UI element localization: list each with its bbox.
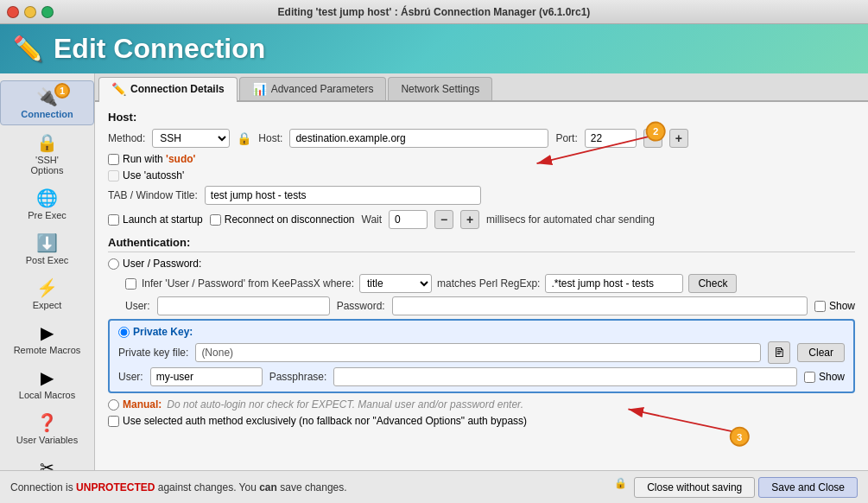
sidebar-user-vars-label: User Variables <box>16 435 78 445</box>
launch-row: Launch at startup Reconnect on disconnec… <box>108 210 855 229</box>
host-section-label: Host: <box>108 111 855 124</box>
fallback-checkbox-label[interactable]: Use selected auth method exclusively (no… <box>108 415 527 427</box>
user-password-row: User / Password: <box>108 258 855 270</box>
sudo-checkbox-label[interactable]: Run with 'sudo' <box>108 153 195 165</box>
private-key-radio[interactable] <box>118 327 130 338</box>
window-title-input[interactable] <box>205 186 481 205</box>
tab-network-label: Network Settings <box>401 83 479 95</box>
method-select[interactable]: SSH <box>152 129 230 148</box>
sidebar-item-local-macros[interactable]: ▶ Local Macros <box>0 362 94 405</box>
user-vars-icon: ❓ <box>36 412 58 433</box>
host-input[interactable] <box>289 129 548 148</box>
lock-status-icon: 🔒 <box>614 477 627 498</box>
user-pass-text: User / Password: <box>123 258 201 270</box>
port-input[interactable] <box>585 129 637 148</box>
bottom-buttons: 🔒 Close without saving Save and Close <box>614 477 858 498</box>
sidebar-item-pre-exec[interactable]: 🌐 Pre Exec <box>0 182 94 226</box>
private-key-radio-label[interactable]: Private Key: <box>118 326 193 338</box>
autossh-checkbox[interactable] <box>108 170 119 181</box>
port-increase-btn[interactable]: + <box>669 129 688 148</box>
show-phrase-label[interactable]: Show <box>804 371 845 383</box>
save-close-button[interactable]: Save and Close <box>758 477 858 498</box>
clear-button[interactable]: Clear <box>797 343 845 362</box>
manual-radio[interactable] <box>108 399 119 411</box>
user-pass-radio-label[interactable]: User / Password: <box>108 258 201 270</box>
tab-network-settings[interactable]: Network Settings <box>388 77 492 100</box>
fallback-text: Use selected auth method exclusively (no… <box>123 415 527 427</box>
sudo-checkbox[interactable] <box>108 154 119 165</box>
launch-startup-label[interactable]: Launch at startup <box>108 213 203 226</box>
sidebar-item-ssh[interactable]: 🔒 'SSH'Options <box>0 127 94 181</box>
launch-startup-checkbox[interactable] <box>108 214 119 226</box>
wait-label: Wait <box>362 213 383 226</box>
fallback-row: Use selected auth method exclusively (no… <box>108 415 855 427</box>
window-title-label: TAB / Window Title: <box>108 189 198 201</box>
main-window: ✏️ Edit Connection 1 🔌 Connection 🔒 'SSH… <box>0 24 868 503</box>
infer-field-select[interactable]: title username url <box>359 274 432 293</box>
form-content: Host: Method: SSH 🔒 Host: Port: − + <box>95 102 868 470</box>
show-pass-checkbox[interactable] <box>814 301 826 312</box>
sidebar-item-post-exec[interactable]: ⬇️ Post Exec <box>0 227 94 271</box>
pk-user-phrase-row: User: Passphrase: Show <box>118 367 845 386</box>
sidebar: 1 🔌 Connection 🔒 'SSH'Options 🌐 Pre Exec… <box>0 73 95 470</box>
passphrase-label: Passphrase: <box>269 371 327 383</box>
sidebar-item-connection[interactable]: 1 🔌 Connection <box>0 80 94 125</box>
wait-decrease-btn[interactable]: − <box>434 210 453 229</box>
password-label: Password: <box>337 300 385 312</box>
show-phrase-checkbox[interactable] <box>804 372 815 383</box>
infer-row: Infer 'User / Password' from KeePassX wh… <box>125 274 855 293</box>
sidebar-item-expect[interactable]: ⚡ Expect <box>0 272 94 315</box>
reconnect-label[interactable]: Reconnect on disconnection <box>210 213 355 226</box>
check-button[interactable]: Check <box>688 274 737 293</box>
maximize-btn[interactable] <box>41 6 54 18</box>
sidebar-expect-label: Expect <box>33 300 62 310</box>
pk-file-label: Private key file: <box>118 347 188 359</box>
window-title: Editing 'test jump host' : Ásbrú Connect… <box>278 6 591 18</box>
manual-row: Manual: Do not auto-login nor check for … <box>108 398 855 411</box>
sidebar-connection-label: Connection <box>21 109 73 119</box>
bottom-bar: Connection is UNPROTECTED against change… <box>0 470 868 503</box>
sidebar-item-user-vars[interactable]: ❓ User Variables <box>0 407 94 450</box>
infer-checkbox[interactable] <box>125 278 136 290</box>
manual-label: Manual: <box>123 398 162 411</box>
launch-startup-text: Launch at startup <box>123 213 203 226</box>
minimize-btn[interactable] <box>24 6 36 18</box>
matches-input[interactable] <box>545 274 683 293</box>
password-input[interactable] <box>392 296 808 315</box>
tab-adv-params-label: Advanced Parameters <box>271 83 374 95</box>
close-no-save-button[interactable]: Close without saving <box>634 477 755 498</box>
user-input[interactable] <box>157 296 330 315</box>
show-pass-label[interactable]: Show <box>814 300 855 312</box>
content-area: 1 🔌 Connection 🔒 'SSH'Options 🌐 Pre Exec… <box>0 73 868 470</box>
sidebar-item-remote-macros[interactable]: ▶ Remote Macros <box>0 317 94 360</box>
wait-increase-btn[interactable]: + <box>460 210 479 229</box>
tab-connection-details[interactable]: ✏️ Connection Details <box>98 77 238 102</box>
private-key-header-row: Private Key: <box>118 326 845 338</box>
auth-section-label: Authentication: <box>108 236 855 252</box>
tab-advanced-parameters[interactable]: 📊 Advanced Parameters <box>239 77 387 100</box>
show-phrase-text: Show <box>819 371 845 383</box>
local-macros-icon: ▶ <box>41 367 54 388</box>
reconnect-checkbox[interactable] <box>210 214 221 226</box>
pk-user-input[interactable] <box>150 367 263 386</box>
status-end: save changes. <box>280 481 346 493</box>
app-title: Edit Connection <box>54 33 265 65</box>
host-method-row: Method: SSH 🔒 Host: Port: − + <box>108 129 855 148</box>
pk-file-browse-btn[interactable]: 🖹 <box>768 341 790 364</box>
tabs: ✏️ Connection Details 📊 Advanced Paramet… <box>95 73 868 102</box>
autossh-checkbox-label[interactable]: Use 'autossh' <box>108 169 184 181</box>
user-pass-radio[interactable] <box>108 258 119 270</box>
infer-label: Infer 'User / Password' from KeePassX wh… <box>142 277 354 290</box>
lock-icon: 🔒 <box>237 131 251 145</box>
sidebar-local-macros-label: Local Macros <box>19 390 75 400</box>
wait-input[interactable] <box>389 210 428 229</box>
port-decrease-btn[interactable]: − <box>643 129 662 148</box>
close-window-btn[interactable] <box>7 6 19 18</box>
manual-radio-label[interactable]: Manual: <box>108 398 162 411</box>
passphrase-input[interactable] <box>333 367 797 386</box>
status-unprotected: UNPROTECTED <box>76 481 155 493</box>
fallback-checkbox[interactable] <box>108 416 119 427</box>
private-key-file-row: Private key file: (None) 🖹 Clear <box>118 341 845 364</box>
window-controls[interactable] <box>7 6 54 18</box>
sidebar-item-terminal[interactable]: ✂ Terminal Options <box>0 452 94 470</box>
